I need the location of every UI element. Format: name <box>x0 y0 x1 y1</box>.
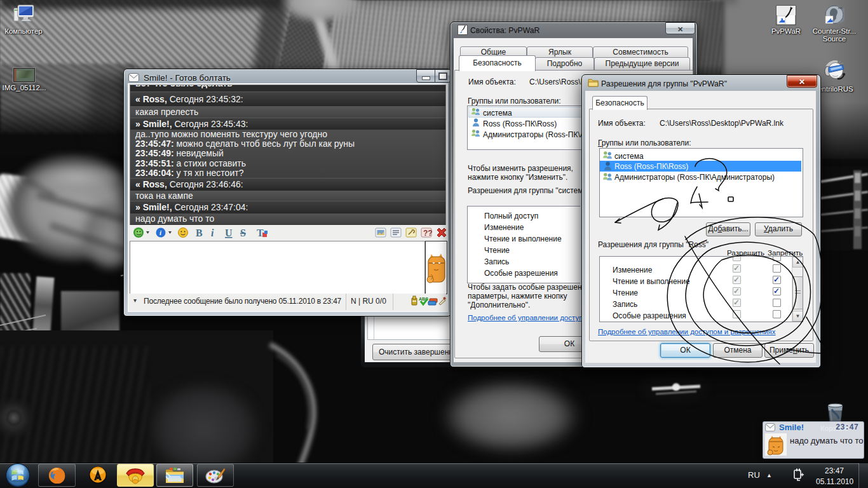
svg-text:B: B <box>196 227 203 238</box>
svg-text:U: U <box>225 227 233 238</box>
svg-text:css: css <box>838 6 843 10</box>
svg-text:??: ?? <box>423 229 433 238</box>
svg-text:S: S <box>240 227 246 238</box>
svg-text:i: i <box>211 227 214 238</box>
